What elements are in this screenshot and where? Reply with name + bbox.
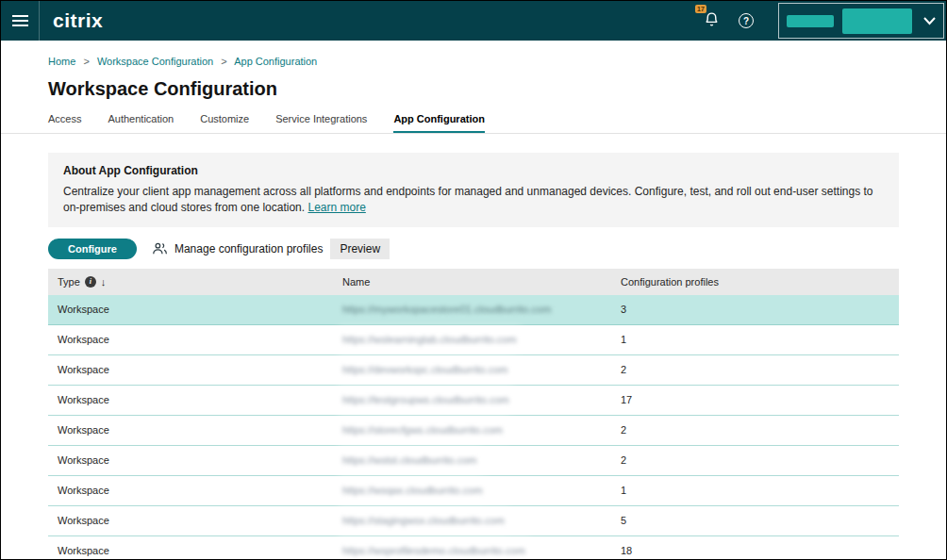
cell-type: Workspace <box>48 424 342 436</box>
cell-type: Workspace <box>48 304 342 315</box>
table-body: Workspace https://myworkspacestore01.clo… <box>48 295 899 560</box>
about-title: About App Configuration <box>63 164 884 177</box>
cell-type: Workspace <box>48 334 342 345</box>
breadcrumb-home-link[interactable]: Home <box>48 56 75 67</box>
tab-customize[interactable]: Customize <box>200 113 249 133</box>
hamburger-menu-icon[interactable] <box>1 1 40 41</box>
cell-name: https://myworkspacestore01.cloudburrito.… <box>342 304 621 315</box>
cell-type: Workspace <box>48 454 342 466</box>
help-button[interactable]: ? <box>739 13 754 28</box>
people-icon <box>152 241 168 255</box>
tab-bar: Access Authentication Customize Service … <box>48 113 946 133</box>
redacted-user-badge-small <box>787 15 834 27</box>
cell-name: https://devworkspc.cloudburrito.com <box>342 364 621 375</box>
cell-name: https://wstst.cloudburrito.com <box>342 454 621 466</box>
manage-configuration-profiles-button[interactable]: Manage configuration profiles <box>152 241 323 255</box>
tab-access[interactable]: Access <box>48 113 81 133</box>
redacted-store-name: https://storecfgws.cloudburrito.com <box>342 424 503 436</box>
redacted-store-name: https://wstst.cloudburrito.com <box>342 454 476 466</box>
breadcrumb-app-config-current: App Configuration <box>234 56 317 67</box>
tab-authentication[interactable]: Authentication <box>108 113 174 133</box>
table-row[interactable]: Workspace https://storecfgws.cloudburrit… <box>48 416 899 446</box>
breadcrumb-separator: > <box>221 56 226 67</box>
about-body-text: Centralize your client app management ac… <box>63 185 873 214</box>
page-title: Workspace Configuration <box>48 78 946 100</box>
manage-configuration-profiles-label: Manage configuration profiles <box>174 242 323 255</box>
breadcrumb-separator: > <box>83 56 89 67</box>
table-row[interactable]: Workspace https://devworkspc.cloudburrit… <box>48 355 899 386</box>
preview-button[interactable]: Preview <box>330 239 390 259</box>
type-column-label: Type <box>58 276 80 288</box>
citrix-logo: citrix <box>53 9 103 32</box>
cell-configuration-profiles: 18 <box>621 545 899 556</box>
cell-type: Workspace <box>48 515 342 526</box>
cell-name: https://testgroupws.cloudburrito.com <box>342 394 621 405</box>
cell-type: Workspace <box>48 394 342 405</box>
chevron-down-icon <box>923 17 936 25</box>
cell-name: https://storecfgws.cloudburrito.com <box>342 424 621 436</box>
topbar-right-cluster: 17 ? <box>704 1 946 41</box>
table-row[interactable]: Workspace https://wslearninglab.cloudbur… <box>48 325 899 355</box>
table-header-row: Type i ↓ Name Configuration profiles <box>48 269 899 295</box>
redacted-store-name: https://testgroupws.cloudburrito.com <box>342 394 509 405</box>
configure-button[interactable]: Configure <box>48 239 137 259</box>
tabs-divider <box>1 133 946 134</box>
cell-type: Workspace <box>48 545 342 556</box>
redacted-store-name: https://stagingwsx.cloudburrito.com <box>342 515 505 526</box>
cell-configuration-profiles: 2 <box>621 424 899 436</box>
cell-name: https://stagingwsx.cloudburrito.com <box>342 515 621 526</box>
tab-app-configuration[interactable]: App Configuration <box>393 113 485 133</box>
help-glyph: ? <box>743 16 749 26</box>
learn-more-link[interactable]: Learn more <box>307 201 365 214</box>
info-icon[interactable]: i <box>85 276 96 288</box>
redacted-store-name: https://wsqax.cloudburrito.com <box>342 485 483 496</box>
redacted-store-name: https://wslearninglab.cloudburrito.com <box>342 334 517 345</box>
cell-configuration-profiles: 1 <box>621 485 899 496</box>
redacted-store-name: https://myworkspacestore01.cloudburrito.… <box>342 304 551 315</box>
action-row: Configure Manage configuration profiles … <box>48 239 899 259</box>
redacted-user-badge-large <box>842 8 912 34</box>
cell-configuration-profiles: 5 <box>621 515 899 526</box>
cell-configuration-profiles: 3 <box>621 304 899 315</box>
cell-configuration-profiles: 17 <box>621 394 899 405</box>
breadcrumb-workspace-config-link[interactable]: Workspace Configuration <box>97 56 213 67</box>
breadcrumb: Home > Workspace Configuration > App Con… <box>1 41 946 67</box>
about-body: Centralize your client app management ac… <box>63 184 884 216</box>
column-header-configuration-profiles: Configuration profiles <box>621 276 899 288</box>
cell-name: https://wsprofilesdemo.cloudburrito.com <box>342 545 621 556</box>
cell-configuration-profiles: 2 <box>621 364 899 375</box>
sort-descending-icon[interactable]: ↓ <box>101 276 107 288</box>
table-row[interactable]: Workspace https://stagingwsx.cloudburrit… <box>48 506 899 536</box>
table-row[interactable]: Workspace https://myworkspacestore01.clo… <box>48 295 899 325</box>
redacted-store-name: https://devworkspc.cloudburrito.com <box>342 364 507 375</box>
cell-type: Workspace <box>48 485 342 496</box>
notification-badge: 17 <box>695 5 706 14</box>
about-app-configuration-panel: About App Configuration Centralize your … <box>48 153 899 227</box>
cell-configuration-profiles: 2 <box>621 454 899 466</box>
top-bar: citrix 17 ? <box>1 1 946 41</box>
bell-icon <box>704 11 720 27</box>
cell-type: Workspace <box>48 364 342 375</box>
table-row[interactable]: Workspace https://testgroupws.cloudburri… <box>48 386 899 416</box>
app-window: citrix 17 ? Home > Wor <box>0 0 947 560</box>
column-header-name: Name <box>342 276 621 288</box>
cell-configuration-profiles: 1 <box>621 334 899 345</box>
cell-name: https://wslearninglab.cloudburrito.com <box>342 334 621 345</box>
redacted-store-name: https://wsprofilesdemo.cloudburrito.com <box>342 545 525 556</box>
user-menu[interactable] <box>778 3 944 39</box>
table-row[interactable]: Workspace https://wsprofilesdemo.cloudbu… <box>48 536 899 560</box>
stores-table: Type i ↓ Name Configuration profiles Wor… <box>48 269 899 560</box>
table-row[interactable]: Workspace https://wsqax.cloudburrito.com… <box>48 476 899 506</box>
notifications-button[interactable]: 17 <box>704 11 720 31</box>
column-header-type: Type i ↓ <box>48 276 342 288</box>
table-row[interactable]: Workspace https://wstst.cloudburrito.com… <box>48 446 899 476</box>
tab-service-integrations[interactable]: Service Integrations <box>275 113 367 133</box>
cell-name: https://wsqax.cloudburrito.com <box>342 485 621 496</box>
